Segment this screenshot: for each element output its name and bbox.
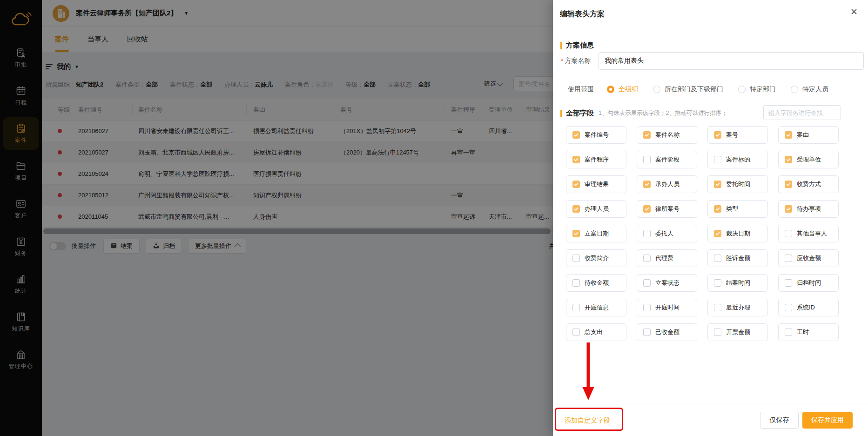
checkbox-checked-icon[interactable] xyxy=(643,205,651,213)
scope-radio-全组织[interactable]: 全组织 xyxy=(607,85,638,94)
field-tile-开庭时间[interactable]: 开庭时间 xyxy=(637,299,697,316)
field-tile-总支出[interactable]: 总支出 xyxy=(566,323,626,341)
sidebar-item-cases[interactable]: 案件 xyxy=(3,117,39,150)
checkbox-unchecked-icon[interactable] xyxy=(714,304,721,311)
checkbox-unchecked-icon[interactable] xyxy=(643,279,651,287)
table-row[interactable]: 202011045武威市雷鸣商贸有限公司,晨利 - ...人身伤害审查起诉天津市… xyxy=(42,206,553,228)
checkbox-unchecked-icon[interactable] xyxy=(572,304,580,311)
checkbox-checked-icon[interactable] xyxy=(785,131,792,139)
field-tile-裁决日期[interactable]: 裁决日期 xyxy=(707,225,768,242)
field-tile-办理人员[interactable]: 办理人员 xyxy=(566,200,626,218)
scope-radio-所在部门及下级部门[interactable]: 所在部门及下级部门 xyxy=(653,85,723,94)
table-row[interactable]: 202105027刘玉霜、北京市西城区人民政府房...房屋拆迁补偿纠纷（2020… xyxy=(42,142,553,163)
checkbox-unchecked-icon[interactable] xyxy=(714,156,721,163)
filter-item[interactable]: 立案状态：全部 xyxy=(388,80,430,89)
column-header[interactable]: 案件编号 xyxy=(70,105,133,115)
field-tile-待收金额[interactable]: 待收金额 xyxy=(566,274,626,292)
sidebar-item-admin[interactable]: 管理中心 xyxy=(3,343,39,376)
field-tile-立案状态[interactable]: 立案状态 xyxy=(637,274,697,292)
field-tile-案件名称[interactable]: 案件名称 xyxy=(637,126,697,144)
checkbox-checked-icon[interactable] xyxy=(785,205,792,213)
checkbox-unchecked-icon[interactable] xyxy=(643,304,651,311)
checkbox-checked-icon[interactable] xyxy=(643,181,651,188)
batch-button-更多批量操作[interactable]: 更多批量操作 xyxy=(188,239,246,254)
field-tile-其他当事人[interactable]: 其他当事人 xyxy=(778,225,839,242)
scope-radio-特定人员[interactable]: 特定人员 xyxy=(791,85,828,94)
field-tile-结案时间[interactable]: 结案时间 xyxy=(707,274,768,292)
scope-radio-特定部门[interactable]: 特定部门 xyxy=(738,85,776,94)
field-tile-案号[interactable]: 案号 xyxy=(707,126,768,144)
field-tile-案件程序[interactable]: 案件程序 xyxy=(566,151,626,168)
field-tile-工时[interactable]: 工时 xyxy=(778,323,839,341)
save-and-apply-button[interactable]: 保存并应用 xyxy=(802,412,853,429)
sidebar-item-stats[interactable]: 统计 xyxy=(3,268,39,301)
column-header[interactable]: 案号 xyxy=(335,105,444,115)
checkbox-unchecked-icon[interactable] xyxy=(643,255,651,262)
my-filter-toolbar[interactable]: 我的 ▼ xyxy=(42,60,553,73)
field-tile-案件标的[interactable]: 案件标的 xyxy=(707,151,768,168)
checkbox-checked-icon[interactable] xyxy=(572,156,580,163)
case-search-input[interactable] xyxy=(513,76,553,91)
add-custom-field-button[interactable]: 添加自定义字段 xyxy=(565,412,610,429)
field-tile-应收金额[interactable]: 应收金额 xyxy=(778,249,839,267)
field-tile-类型[interactable]: 类型 xyxy=(707,200,768,218)
field-search-input[interactable] xyxy=(763,105,841,120)
table-row[interactable]: 202105012广州阿里熊服装有限公司知识产权...知识产权归属纠纷一审 xyxy=(42,185,553,206)
table-row[interactable]: 202105024俞明、宁夏医科大学总医院医疗损...医疗损害责任纠纷 xyxy=(42,163,553,185)
checkbox-unchecked-icon[interactable] xyxy=(714,255,721,262)
filter-toggle-button[interactable]: 筛选 xyxy=(484,80,503,88)
sidebar-item-clients[interactable]: 客户 xyxy=(3,193,39,225)
sidebar-item-knowledge[interactable]: 知识库 xyxy=(3,306,39,338)
checkbox-checked-icon[interactable] xyxy=(572,230,580,237)
sidebar-item-projects[interactable]: 项目 xyxy=(3,155,39,188)
column-header[interactable]: 案件名称 xyxy=(133,105,247,115)
field-tile-案由[interactable]: 案由 xyxy=(778,126,839,144)
horizontal-scrollbar[interactable] xyxy=(43,228,551,234)
tab-当事人[interactable]: 当事人 xyxy=(87,27,108,52)
field-tile-审理结果[interactable]: 审理结果 xyxy=(566,175,626,193)
checkbox-checked-icon[interactable] xyxy=(643,131,651,139)
checkbox-checked-icon[interactable] xyxy=(785,181,792,188)
batch-toggle[interactable] xyxy=(49,242,66,250)
checkbox-checked-icon[interactable] xyxy=(785,156,792,163)
field-tile-已收金额[interactable]: 已收金额 xyxy=(637,323,697,341)
filter-item[interactable]: 等级：全部 xyxy=(345,80,376,89)
app-logo[interactable] xyxy=(0,0,42,42)
checkbox-unchecked-icon[interactable] xyxy=(572,329,580,336)
close-icon[interactable]: ✕ xyxy=(850,7,858,16)
checkbox-checked-icon[interactable] xyxy=(572,131,580,139)
tab-回收站[interactable]: 回收站 xyxy=(127,27,148,52)
checkbox-unchecked-icon[interactable] xyxy=(714,329,721,336)
checkbox-unchecked-icon[interactable] xyxy=(643,230,651,237)
field-tile-收费方式[interactable]: 收费方式 xyxy=(778,175,839,193)
batch-button-结案[interactable]: 结案 xyxy=(103,239,140,254)
column-header[interactable]: 案由 xyxy=(247,105,335,115)
checkbox-unchecked-icon[interactable] xyxy=(643,329,651,336)
field-tile-委托时间[interactable]: 委托时间 xyxy=(707,175,768,193)
checkbox-checked-icon[interactable] xyxy=(714,205,721,213)
checkbox-checked-icon[interactable] xyxy=(572,181,580,188)
checkbox-unchecked-icon[interactable] xyxy=(572,279,580,287)
plan-name-input[interactable] xyxy=(599,52,864,70)
field-tile-委托人[interactable]: 委托人 xyxy=(637,225,697,242)
column-header[interactable]: 等级 xyxy=(42,105,70,115)
field-tile-律所案号[interactable]: 律所案号 xyxy=(637,200,697,218)
tab-案件[interactable]: 案件 xyxy=(55,27,69,52)
filter-item[interactable]: 案件状态：全部 xyxy=(170,80,212,89)
column-header[interactable]: 审理结果 xyxy=(521,105,553,115)
field-tile-系统ID[interactable]: 系统ID xyxy=(778,299,839,316)
field-tile-案件编号[interactable]: 案件编号 xyxy=(566,126,626,144)
checkbox-checked-icon[interactable] xyxy=(714,131,721,139)
checkbox-unchecked-icon[interactable] xyxy=(785,329,792,336)
field-tile-代理费[interactable]: 代理费 xyxy=(637,249,697,267)
checkbox-unchecked-icon[interactable] xyxy=(714,279,721,287)
checkbox-unchecked-icon[interactable] xyxy=(572,255,580,262)
filter-item[interactable]: 所属组织：知产团队2 xyxy=(46,80,103,89)
field-tile-开庭信息[interactable]: 开庭信息 xyxy=(566,299,626,316)
checkbox-unchecked-icon[interactable] xyxy=(785,279,792,287)
field-tile-最近办理[interactable]: 最近办理 xyxy=(707,299,768,316)
field-tile-案件阶段[interactable]: 案件阶段 xyxy=(637,151,697,168)
sidebar-item-approval[interactable]: 审批 xyxy=(3,42,39,74)
filter-item[interactable]: 案件类型：全部 xyxy=(115,80,158,89)
checkbox-unchecked-icon[interactable] xyxy=(785,304,792,311)
